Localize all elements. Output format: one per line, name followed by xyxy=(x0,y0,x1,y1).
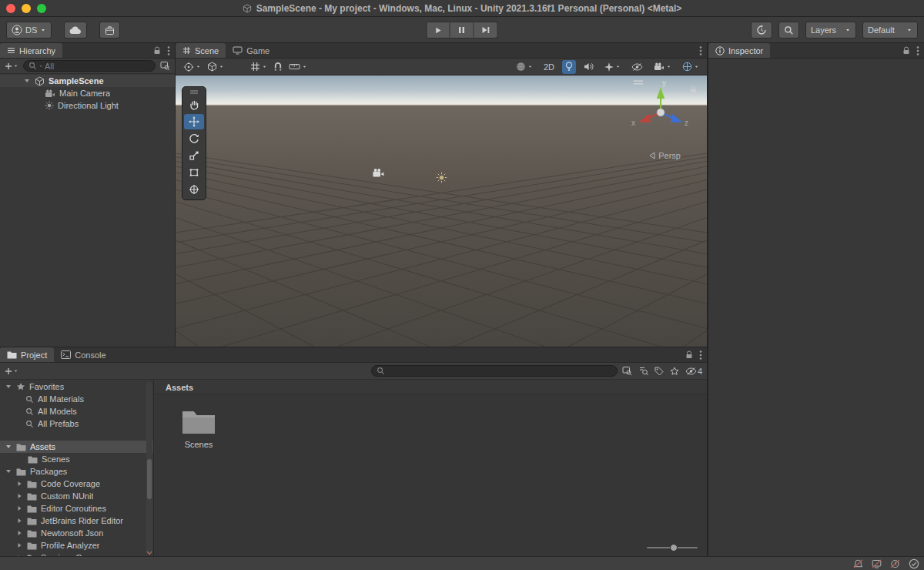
tree-item-all-prefabs[interactable]: All Prefabs xyxy=(0,417,153,430)
tree-item-assets[interactable]: Assets xyxy=(0,441,153,453)
lock-icon[interactable] xyxy=(902,46,910,55)
view-2d-toggle[interactable]: 2D xyxy=(541,60,557,74)
foldout-expanded-icon[interactable] xyxy=(5,468,12,475)
status-muted-icon-2[interactable] xyxy=(872,559,882,568)
foldout-collapsed-icon[interactable] xyxy=(15,480,23,488)
foldout-collapsed-icon[interactable] xyxy=(15,542,23,549)
tree-item-all-models[interactable]: All Models xyxy=(0,405,153,417)
tab-scene[interactable]: Scene xyxy=(176,43,226,58)
transform-tool-button[interactable] xyxy=(184,182,204,197)
foldout-collapsed-icon[interactable] xyxy=(15,529,23,537)
foldout-collapsed-icon[interactable] xyxy=(15,492,23,500)
project-tree-scrollbar[interactable] xyxy=(146,382,152,555)
scale-tool-button[interactable] xyxy=(184,148,204,163)
scene-navigation-dropdown[interactable] xyxy=(679,60,702,74)
icon-size-slider[interactable] xyxy=(647,543,698,552)
tool-orientation-dropdown[interactable] xyxy=(204,60,227,74)
background-task-indicator-icon[interactable] xyxy=(909,558,919,569)
rect-tool-button[interactable] xyxy=(184,165,204,180)
axis-x-label[interactable]: x xyxy=(631,119,635,127)
tree-item-scenes[interactable]: Scenes xyxy=(0,453,153,465)
tree-item-newtonsoft-json[interactable]: Newtonsoft Json xyxy=(0,527,153,539)
hierarchy-item-main-camera[interactable]: Main Camera xyxy=(0,87,175,99)
project-search-input[interactable] xyxy=(371,365,618,377)
services-button[interactable] xyxy=(99,22,120,39)
scroll-down-arrow-icon[interactable] xyxy=(146,551,152,555)
favorites-filter-button[interactable] xyxy=(668,364,681,378)
undo-history-button[interactable] xyxy=(751,22,772,39)
project-create-button[interactable] xyxy=(3,364,20,378)
rotate-tool-button[interactable] xyxy=(184,131,204,146)
tree-item-jetbrains-rider-editor[interactable]: JetBrains Rider Editor xyxy=(0,515,153,527)
tree-item-all-materials[interactable]: All Materials xyxy=(0,393,153,405)
grid-visibility-dropdown[interactable] xyxy=(247,60,270,74)
tree-item-code-coverage[interactable]: Code Coverage xyxy=(0,478,153,490)
tree-item-editor-coroutines[interactable]: Editor Coroutines xyxy=(0,502,153,515)
layers-dropdown[interactable]: Layers xyxy=(805,22,856,39)
slider-thumb[interactable] xyxy=(670,544,678,552)
asset-grid[interactable]: Scenes xyxy=(155,394,707,541)
hierarchy-item-samplescene[interactable]: SampleScene xyxy=(0,75,175,87)
tab-game[interactable]: Game xyxy=(226,43,276,58)
tree-item-favorites[interactable]: Favorites xyxy=(0,381,153,393)
scale-icon xyxy=(189,150,199,161)
audio-toggle[interactable] xyxy=(581,60,597,74)
play-button[interactable] xyxy=(427,22,450,39)
foldout-expanded-icon[interactable] xyxy=(5,443,12,451)
status-muted-icon-1[interactable] xyxy=(853,559,863,568)
camera-settings-dropdown[interactable] xyxy=(651,60,675,74)
foldout-collapsed-icon[interactable] xyxy=(15,517,23,525)
lock-icon[interactable] xyxy=(153,46,161,55)
tab-inspector[interactable]: Inspector xyxy=(708,43,770,58)
hidden-packages-toggle[interactable]: 4 xyxy=(684,364,704,378)
kebab-menu-icon[interactable] xyxy=(916,45,919,56)
light-gizmo-icon[interactable] xyxy=(436,172,447,183)
view-tool-button[interactable] xyxy=(184,97,204,112)
effects-dropdown[interactable] xyxy=(601,60,624,74)
pause-button[interactable] xyxy=(450,22,474,39)
draw-mode-dropdown[interactable] xyxy=(513,60,536,74)
foldout-expanded-icon[interactable] xyxy=(5,383,12,391)
search-by-type-button[interactable] xyxy=(637,364,650,378)
lock-icon[interactable] xyxy=(685,350,693,359)
scrollbar-thumb[interactable] xyxy=(147,459,152,499)
fold out-collapsed-icon[interactable] xyxy=(15,505,23,512)
orientation-gizmo[interactable]: x y z xyxy=(630,79,691,148)
camera-gizmo-icon[interactable] xyxy=(372,168,384,179)
kebab-menu-icon[interactable] xyxy=(699,45,702,56)
hierarchy-create-button[interactable] xyxy=(3,59,20,73)
layout-dropdown[interactable]: Default xyxy=(862,22,918,39)
tab-hierarchy[interactable]: Hierarchy xyxy=(0,43,62,58)
open-in-search-button[interactable] xyxy=(159,59,172,73)
axis-y-label[interactable]: y xyxy=(662,79,666,87)
kebab-menu-icon[interactable] xyxy=(699,350,702,360)
scene-options-icon[interactable] xyxy=(170,75,175,86)
tree-item-profile-analyzer[interactable]: Profile Analyzer xyxy=(0,539,153,552)
scene-lighting-toggle[interactable] xyxy=(562,60,576,74)
move-tool-button[interactable] xyxy=(184,114,204,129)
asset-folder-scenes[interactable]: Scenes xyxy=(172,407,226,449)
hierarchy-item-directional-light[interactable]: Directional Light xyxy=(0,99,175,112)
status-muted-icon-3[interactable] xyxy=(890,559,900,568)
foldout-expanded-icon[interactable] xyxy=(23,77,31,85)
tree-item-packages[interactable]: Packages xyxy=(0,465,153,478)
tool-settings-dropdown[interactable] xyxy=(180,60,204,74)
open-in-search-button[interactable] xyxy=(621,364,634,378)
kebab-menu-icon[interactable] xyxy=(167,45,170,56)
tab-project[interactable]: Project xyxy=(0,347,54,362)
snap-toggle[interactable] xyxy=(270,60,286,74)
tab-console[interactable]: Console xyxy=(54,347,112,362)
hierarchy-search-input[interactable]: All xyxy=(23,60,156,72)
search-button[interactable] xyxy=(778,22,799,39)
overlay-drag-handle[interactable] xyxy=(189,89,199,96)
search-by-label-button[interactable] xyxy=(653,364,665,378)
scene-visibility-toggle[interactable] xyxy=(628,60,646,74)
cloud-button[interactable] xyxy=(64,22,87,39)
increment-snap-dropdown[interactable] xyxy=(286,60,310,74)
projection-toggle[interactable]: Persp xyxy=(649,151,681,160)
tree-item-custom-nunit[interactable]: Custom NUnit xyxy=(0,490,153,502)
scene-viewport[interactable]: x y z Persp xyxy=(176,75,707,347)
step-button[interactable] xyxy=(474,22,498,39)
account-button[interactable]: DS xyxy=(6,22,52,39)
axis-z-label[interactable]: z xyxy=(685,119,688,127)
